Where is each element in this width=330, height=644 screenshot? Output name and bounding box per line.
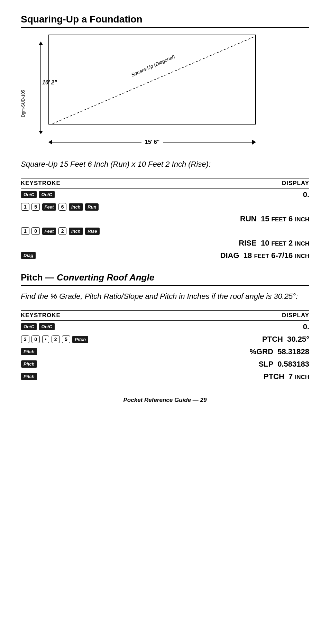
diagram-container: Dgm-SUD-105 10' 2" Square-Up (Diagonal) — [21, 35, 309, 152]
table-row: RISE 10 FEET 2 INCH — [21, 237, 309, 249]
inch-button[interactable]: Inch — [69, 228, 83, 235]
onc-button[interactable]: On/C — [39, 191, 55, 198]
keystroke-cell: Pitch — [21, 358, 174, 370]
section2-title: Pitch — Converting Roof Angle — [21, 272, 309, 286]
feet-button[interactable]: Feet — [42, 228, 56, 235]
page-footer: Pocket Reference Guide — 29 — [21, 397, 309, 404]
table-row: On/C On/C 0. — [21, 188, 309, 201]
key-1[interactable]: 1 — [21, 227, 29, 235]
pitch-title-italic: Converting Roof Angle — [57, 272, 154, 283]
keystroke-cell — [21, 213, 156, 225]
table-row: 1 5 Feet 6 Inch Run — [21, 201, 309, 213]
key-5[interactable]: 5 — [62, 335, 70, 343]
key-1[interactable]: 1 — [21, 203, 29, 211]
section1-caption: Square-Up 15 Feet 6 Inch (Run) x 10 Feet… — [21, 159, 309, 170]
section2-table: KEYSTROKE DISPLAY On/C On/C 0. 3 0 • 2 5… — [21, 310, 309, 383]
diag-button[interactable]: Diag — [21, 252, 36, 259]
keystroke-cell: Pitch — [21, 346, 174, 358]
key-5[interactable]: 5 — [31, 203, 40, 211]
col-keystroke-header2: KEYSTROKE — [21, 310, 174, 320]
run-dim-label: 15' 6" — [141, 139, 163, 145]
keystroke-cell: 1 5 Feet 6 Inch Run — [21, 201, 156, 213]
display-cell: RISE 10 FEET 2 INCH — [156, 237, 309, 249]
keystroke-cell: 1 0 Feet 2 Inch Rise — [21, 225, 156, 237]
display-cell — [156, 201, 309, 213]
display-cell — [156, 225, 309, 237]
table-row: 3 0 • 2 5 Pitch PTCH 30.25° — [21, 333, 309, 346]
key-6[interactable]: 6 — [58, 203, 67, 211]
onc-button[interactable]: On/C — [39, 323, 55, 330]
table-row: Diag DIAG 18 FEET 6-7/16 INCH — [21, 249, 309, 262]
vertical-arrow — [39, 42, 43, 134]
table-row: On/C On/C 0. — [21, 320, 309, 333]
table-row: RUN 15 FEET 6 INCH — [21, 213, 309, 225]
onc-button[interactable]: On/C — [21, 191, 37, 198]
table-row: Pitch SLP 0.583183 — [21, 358, 309, 370]
keystroke-cell: On/C On/C — [21, 320, 174, 333]
display-cell: PTCH 7 INCH — [174, 370, 309, 383]
display-cell: PTCH 30.25° — [174, 333, 309, 346]
key-dot[interactable]: • — [42, 335, 49, 343]
dgm-label: Dgm-SUD-105 — [21, 90, 26, 117]
table-row: Pitch %GRD 58.31828 — [21, 346, 309, 358]
key-0[interactable]: 0 — [31, 227, 40, 235]
col-keystroke-header1: KEYSTROKE — [21, 178, 156, 188]
onc-button[interactable]: On/C — [21, 323, 37, 330]
keystroke-cell — [21, 237, 156, 249]
table-row: 1 0 Feet 2 Inch Rise — [21, 225, 309, 237]
svg-line-0 — [49, 36, 255, 124]
horizontal-arrow: 15' 6" — [48, 139, 256, 145]
col-display-header1: DISPLAY — [156, 178, 309, 188]
pitch-button[interactable]: Pitch — [21, 360, 37, 368]
section2-caption: Find the % Grade, Pitch Ratio/Slope and … — [21, 291, 309, 302]
pitch-title-normal: Pitch — — [21, 272, 57, 283]
key-2[interactable]: 2 — [58, 227, 67, 235]
display-cell: SLP 0.583183 — [174, 358, 309, 370]
display-cell: %GRD 58.31828 — [174, 346, 309, 358]
rise-button[interactable]: Rise — [85, 228, 99, 235]
diagonal-svg: Square-Up (Diagonal) — [49, 35, 255, 124]
key-3[interactable]: 3 — [21, 335, 29, 343]
run-button[interactable]: Run — [85, 203, 99, 211]
key-2[interactable]: 2 — [52, 335, 60, 343]
table-row: Pitch PTCH 7 INCH — [21, 370, 309, 383]
foundation-diagram-rect: Square-Up (Diagonal) — [48, 35, 256, 125]
section1-title: Squaring-Up a Foundation — [21, 14, 309, 28]
pitch-button[interactable]: Pitch — [21, 348, 37, 355]
keystroke-cell: On/C On/C — [21, 188, 156, 201]
display-cell: 0. — [174, 320, 309, 333]
keystroke-cell: Pitch — [21, 370, 174, 383]
display-cell: RUN 15 FEET 6 INCH — [156, 213, 309, 225]
key-0[interactable]: 0 — [31, 335, 40, 343]
keystroke-cell: Diag — [21, 249, 156, 262]
feet-button[interactable]: Feet — [42, 203, 56, 211]
svg-text:Square-Up (Diagonal): Square-Up (Diagonal) — [130, 54, 176, 78]
pitch-button[interactable]: Pitch — [72, 336, 88, 343]
section1-table: KEYSTROKE DISPLAY On/C On/C 0. 1 5 Feet … — [21, 178, 309, 262]
inch-button[interactable]: Inch — [69, 203, 83, 211]
display-cell: DIAG 18 FEET 6-7/16 INCH — [156, 249, 309, 262]
pitch-button[interactable]: Pitch — [21, 373, 37, 380]
display-cell: 0. — [156, 188, 309, 201]
col-display-header2: DISPLAY — [174, 310, 309, 320]
keystroke-cell: 3 0 • 2 5 Pitch — [21, 333, 174, 346]
